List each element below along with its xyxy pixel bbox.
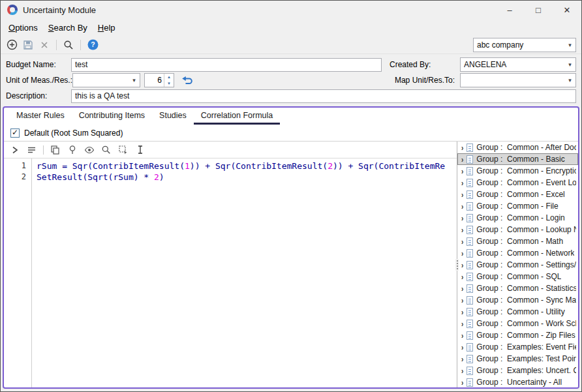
chevron-right-icon [461, 342, 463, 351]
menu-item[interactable]: Search By [43, 20, 93, 35]
document-icon [467, 261, 473, 269]
minimize-button[interactable]: – [495, 1, 524, 19]
group-list-item[interactable]: Group : Common - After Docum [457, 142, 578, 153]
app-window: Uncertainty Module – □ ✕ Options Search … [0, 0, 582, 392]
created-by-combo[interactable]: ANGELENA [460, 57, 576, 72]
maximize-button[interactable]: □ [524, 1, 553, 19]
chevron-down-icon [564, 38, 575, 52]
search-icon[interactable] [63, 39, 74, 51]
group-item-label: Group : Common - Login [476, 213, 564, 222]
group-list-item[interactable]: Group : Common - Basic [457, 153, 578, 165]
group-item-label: Group : Common - File [476, 202, 558, 211]
group-list-item[interactable]: Group : Common - Event Loggi [457, 177, 578, 188]
group-list-item[interactable]: Group : Common - Statistics [457, 282, 578, 294]
menu-item[interactable]: Help [93, 20, 121, 35]
document-icon [467, 214, 473, 222]
group-list-item[interactable]: Group : Common - Settings/Re [457, 259, 578, 271]
delete-icon[interactable] [38, 39, 50, 51]
save-icon[interactable] [22, 39, 34, 51]
document-icon [467, 202, 473, 211]
group-item-label: Group : Common - Utility [476, 307, 564, 316]
chevron-right-icon [461, 143, 463, 151]
copy-icon[interactable] [50, 144, 61, 155]
zoom-icon[interactable] [100, 144, 112, 155]
chevron-down-icon [129, 74, 140, 87]
group-list-item[interactable]: Group : Examples: Event Fields [457, 341, 578, 353]
group-item-label: Group : Common - Event Loggi [476, 178, 576, 187]
budget-row: Budget Name: Created By: ANGELENA [6, 57, 576, 72]
document-icon [467, 284, 473, 293]
document-icon [467, 226, 473, 234]
tab[interactable]: Studies [152, 108, 194, 125]
budget-name-input[interactable] [71, 58, 382, 72]
tab-bar: Master Rules Contributing Items Studies … [4, 108, 578, 125]
tab[interactable]: Contributing Items [72, 108, 152, 125]
select-box-icon[interactable] [117, 144, 129, 155]
group-list-item[interactable]: Group : Common - Encryption [457, 165, 578, 177]
chevron-right-icon [461, 307, 463, 316]
close-button[interactable]: ✕ [553, 1, 581, 19]
text-cursor-icon[interactable] [134, 144, 146, 155]
unit-stepper[interactable]: 6 [144, 73, 174, 87]
chevron-right-icon [461, 284, 463, 292]
chevron-down-icon [564, 74, 575, 87]
unit-combo[interactable] [72, 73, 140, 87]
document-icon [467, 320, 473, 328]
chevron-right-icon [461, 295, 463, 304]
menu-bar: Options Search By Help [1, 19, 581, 36]
group-list-item[interactable]: Group : Common - Zip Files [457, 329, 578, 341]
chevron-right-icon [461, 272, 463, 280]
chevron-right-icon[interactable] [9, 144, 20, 155]
code-text: SetResult(Sqrt(rSum) * 2) [32, 172, 164, 183]
group-list-item[interactable]: Group : Common - Utility [457, 306, 578, 318]
group-list-item[interactable]: Group : Common - File [457, 200, 578, 212]
group-item-label: Group : Examples: Uncert. Cont [476, 366, 576, 375]
group-list-item[interactable]: Group : Common - Login [457, 212, 578, 224]
group-list-item[interactable]: Group : Uncertainty - All [457, 376, 578, 387]
group-list-item[interactable]: Group : Common - Network [457, 247, 578, 259]
tab[interactable]: Correlation Formula [194, 108, 280, 125]
description-input[interactable] [71, 89, 576, 103]
menu-item[interactable]: Options [3, 20, 43, 35]
splitter-grip-icon[interactable] [455, 259, 459, 271]
tag-icon[interactable] [67, 144, 78, 155]
default-checkbox[interactable] [10, 128, 20, 138]
group-item-label: Group : Common - Encryption [476, 166, 576, 175]
group-item-label: Group : Common - Work Sched [476, 319, 576, 328]
group-list-item[interactable]: Group : Common - Sync Map [457, 294, 578, 306]
main-toolbar: ? abc company [1, 36, 581, 54]
help-icon[interactable]: ? [87, 39, 99, 51]
formula-editor[interactable]: 1 rSum = Sqr(ContribItemResult(1)) + Sqr… [4, 158, 457, 387]
map-unit-combo[interactable] [460, 73, 576, 87]
group-list-item[interactable]: Group : Common - SQL [457, 271, 578, 282]
chevron-right-icon [461, 237, 463, 245]
editor-pane: 1 rSum = Sqr(ContribItemResult(1)) + Sqr… [4, 142, 457, 387]
document-icon [467, 143, 473, 152]
code-lines: 1 rSum = Sqr(ContribItemResult(1)) + Sqr… [4, 158, 457, 183]
group-list-item[interactable]: Group : Common - Work Sched [457, 318, 578, 329]
group-list-item[interactable]: Group : Common - Excel [457, 188, 578, 200]
document-icon [467, 190, 473, 199]
splitter[interactable] [457, 142, 457, 387]
unit-row: Unit of Meas./Res.: 6 Map Unit/Res.To: [6, 72, 576, 88]
group-item-label: Group : Common - Math [476, 237, 563, 246]
chevron-right-icon [461, 366, 463, 374]
group-list-item[interactable]: Group : Common - Math [457, 235, 578, 247]
add-icon[interactable] [6, 39, 18, 51]
chevron-right-icon [461, 202, 463, 210]
undo-icon[interactable] [180, 74, 193, 86]
stepper-down-icon[interactable] [164, 80, 174, 87]
group-list-item[interactable]: Group : Common - Lookup Nex [457, 224, 578, 235]
group-list-item[interactable]: Group : Examples: Uncert. Cont [457, 365, 578, 376]
document-icon [467, 355, 473, 363]
tab[interactable]: Master Rules [9, 108, 72, 125]
company-combo[interactable]: abc company [473, 38, 576, 52]
editor-split: 1 rSum = Sqr(ContribItemResult(1)) + Sqr… [4, 141, 578, 387]
chevron-right-icon [461, 331, 463, 339]
group-list-item[interactable]: Group : Examples: Test Point Fi [457, 353, 578, 365]
stepper-arrows[interactable] [164, 74, 174, 87]
eye-icon[interactable] [84, 144, 95, 155]
stepper-up-icon[interactable] [164, 74, 174, 80]
wrap-lines-icon[interactable] [26, 144, 37, 155]
document-icon [467, 331, 473, 340]
